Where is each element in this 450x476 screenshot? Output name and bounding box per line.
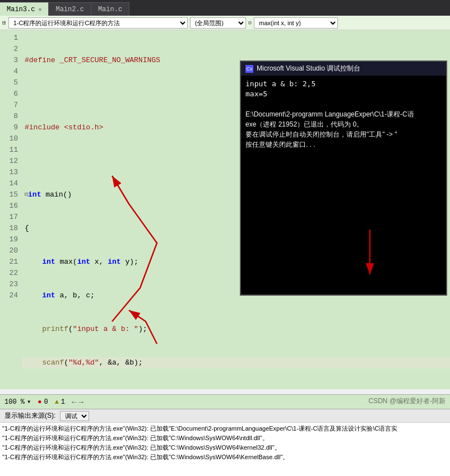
tab-label: Main2.c — [55, 6, 83, 13]
tab-main2c[interactable]: Main2.c — [49, 2, 91, 16]
output-panel: 显示输出来源(S): 调试 "1-C程序的运行环境和运行C程序的方法.exe"(… — [0, 409, 450, 476]
zoom-icon: ▾ — [27, 398, 31, 406]
tab-main3c[interactable]: Main3.c ✕ — [0, 2, 49, 16]
output-line-1: "1-C程序的运行环境和运行C程序的方法.exe"(Win32): 已加载"E:… — [2, 424, 448, 433]
nav-forward-icon[interactable]: → — [78, 398, 83, 407]
console-titlebar: Cv Microsoft Visual Studio 调试控制台 — [241, 62, 446, 76]
main-container: Main3.c ✕ Main2.c Main.c ⊞ 1-C程序的运行环境和运行… — [0, 0, 450, 476]
console-content: input a & b: 2,5 max=5 E:\Document\2-pro… — [241, 76, 446, 295]
warning-value: 1 — [61, 398, 65, 406]
console-line-5: exe（进程 21952）已退出，代码为 0。 — [245, 119, 442, 129]
output-line-2: "1-C程序的运行环境和运行C程序的方法.exe"(Win32): 已加载"C:… — [2, 433, 448, 443]
output-content: "1-C程序的运行环境和运行C程序的方法.exe"(Win32): 已加载"E:… — [0, 423, 450, 476]
output-line-3: "1-C程序的运行环境和运行C程序的方法.exe"(Win32): 已加载"C:… — [2, 443, 448, 452]
editor-area: 1 2 3 4 5 6 7 8 9 10 11 12 13 14 15 16 1… — [0, 30, 450, 394]
output-source-label: 显示输出来源(S): — [4, 411, 55, 421]
func-icon: ⊙ — [248, 19, 252, 26]
zoom-value: 100 % — [4, 398, 25, 406]
tab-label: Main.c — [98, 6, 122, 13]
line-numbers: 1 2 3 4 5 6 7 8 9 10 11 12 13 14 15 16 1… — [0, 30, 22, 389]
code-line-9: printf("input a & b: "); — [22, 324, 450, 335]
console-window: Cv Microsoft Visual Studio 调试控制台 input a… — [240, 60, 447, 296]
watermark: CSDN @编程爱好者-阿新 — [368, 396, 446, 406]
console-title: Microsoft Visual Studio 调试控制台 — [257, 64, 360, 73]
toolbar-icon: ⊞ — [2, 19, 6, 26]
error-value: 0 — [44, 398, 48, 406]
console-line-4: E:\Document\2-programm LanguageExper\C\1… — [245, 109, 442, 119]
toolbar: ⊞ 1-C程序的运行环境和运行C程序的方法 (全局范围) ⊙ max(int x… — [0, 16, 450, 30]
console-line-1: input a & b: 2,5 — [245, 79, 442, 89]
console-line-6: 要在调试停止时自动关闭控制台，请启用"工具" -> " — [245, 129, 442, 139]
code-line-10: scanf("%d,%d", &a, &b); — [22, 357, 450, 368]
console-line-2: max=5 — [245, 89, 442, 99]
warning-count[interactable]: ▲ 1 — [55, 398, 65, 406]
console-app-icon: Cv — [245, 65, 253, 73]
context-dropdown[interactable]: 1-C程序的运行环境和运行C程序的方法 — [8, 17, 188, 29]
zoom-level: 100 % ▾ — [4, 398, 31, 406]
output-header: 显示输出来源(S): 调试 — [0, 409, 450, 423]
nav-back-icon[interactable]: ← — [72, 398, 76, 407]
console-line-7: 按任意键关闭此窗口. . . — [245, 139, 442, 150]
function-dropdown[interactable]: max(int x, int y) — [254, 17, 338, 29]
error-icon: ● — [38, 398, 41, 406]
tab-bar: Main3.c ✕ Main2.c Main.c — [0, 0, 450, 16]
tab-label: Main3.c — [7, 6, 35, 13]
close-icon[interactable]: ✕ — [38, 6, 41, 13]
console-line-3 — [245, 99, 442, 109]
error-count[interactable]: ● 0 — [38, 398, 48, 406]
warning-icon: ▲ — [55, 398, 59, 406]
output-line-4: "1-C程序的运行环境和运行C程序的方法.exe"(Win32): 已加载"C:… — [2, 452, 448, 462]
scope-dropdown[interactable]: (全局范围) — [190, 17, 246, 29]
output-source-select[interactable]: 调试 — [60, 411, 89, 421]
nav-controls: ← → — [72, 398, 83, 407]
tab-mainc[interactable]: Main.c — [91, 2, 129, 16]
